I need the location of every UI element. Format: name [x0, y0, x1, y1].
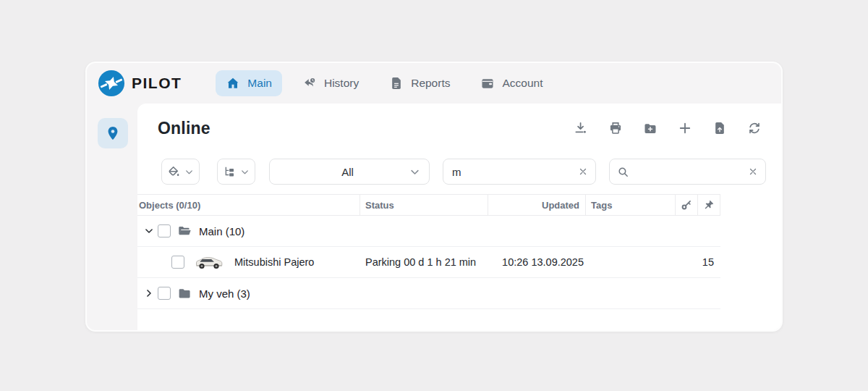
- top-bar: PILOT Main History: [87, 63, 781, 104]
- column-updated[interactable]: Updated: [488, 195, 586, 215]
- search-input[interactable]: [635, 166, 748, 178]
- tree-icon: [223, 165, 237, 179]
- table-row-group-main[interactable]: Main (10): [137, 216, 720, 247]
- group-filter-dropdown[interactable]: [217, 159, 255, 185]
- pin-off-icon: [703, 199, 715, 211]
- table-row-object[interactable]: Mitsubishi Pajero Parking 00 d 1 h 21 mi…: [137, 247, 720, 278]
- chevron-down-icon: [240, 167, 250, 177]
- column-objects[interactable]: Objects (0/10): [137, 195, 360, 215]
- nav-tab-reports[interactable]: Reports: [379, 70, 460, 96]
- nav-tab-history[interactable]: History: [292, 70, 369, 96]
- title-row: Online: [137, 104, 781, 148]
- app-body: Online: [87, 104, 781, 332]
- column-status[interactable]: Status: [360, 195, 488, 215]
- row-checkbox[interactable]: [158, 224, 171, 237]
- import-file-button[interactable]: [712, 121, 727, 135]
- clear-icon[interactable]: [748, 167, 758, 177]
- map-pin-icon: [105, 125, 121, 141]
- nav-tab-main[interactable]: Main: [216, 70, 282, 96]
- add-button[interactable]: [678, 121, 692, 135]
- nav-tab-label: History: [324, 77, 359, 90]
- fill-color-icon: [167, 165, 181, 179]
- add-folder-icon: [643, 121, 658, 135]
- folder-closed-icon: [177, 286, 192, 301]
- column-tags[interactable]: Tags: [586, 195, 676, 215]
- brand-logo[interactable]: PILOT: [98, 70, 182, 97]
- table-row-group-myveh[interactable]: My veh (3): [137, 278, 720, 309]
- page-title: Online: [158, 119, 210, 138]
- row-checkbox[interactable]: [171, 256, 184, 269]
- search-icon: [617, 166, 629, 178]
- text-filter-field: [443, 159, 596, 185]
- nav-tab-label: Reports: [411, 77, 450, 90]
- group-label: My veh (3): [199, 287, 250, 300]
- map-button[interactable]: [98, 118, 128, 148]
- download-button[interactable]: [574, 121, 588, 135]
- brand-logo-icon: [98, 70, 125, 97]
- history-icon: [302, 76, 317, 91]
- group-label: Main (10): [199, 225, 244, 237]
- refresh-button[interactable]: [747, 121, 762, 135]
- nav-tab-label: Main: [247, 77, 272, 90]
- nav-tab-account[interactable]: Account: [470, 70, 553, 96]
- app-window: PILOT Main History: [85, 62, 783, 332]
- status-cell: Parking 00 d 1 h 21 min: [360, 247, 488, 277]
- type-select-value: All: [270, 166, 409, 178]
- print-icon: [608, 121, 623, 135]
- column-pinned[interactable]: [698, 195, 720, 215]
- account-icon: [480, 76, 495, 91]
- brand-name: PILOT: [132, 75, 182, 92]
- objects-table: Objects (0/10) Status Updated Tags: [137, 194, 720, 309]
- reports-icon: [389, 76, 404, 91]
- clear-icon[interactable]: [578, 167, 588, 177]
- chevron-down-icon: [409, 167, 420, 177]
- home-icon: [226, 76, 240, 91]
- chevron-down-icon: [184, 167, 194, 177]
- row-checkbox[interactable]: [158, 287, 171, 300]
- filter-row: All: [137, 159, 781, 185]
- object-cell: Mitsubishi Pajero: [137, 247, 360, 277]
- text-filter-input[interactable]: [452, 166, 578, 178]
- chevron-down-icon[interactable]: [140, 226, 158, 236]
- table-header: Objects (0/10) Status Updated Tags: [137, 194, 720, 216]
- main-nav: Main History: [216, 70, 553, 96]
- folder-open-icon: [177, 224, 192, 239]
- refresh-icon: [747, 121, 762, 135]
- tags-cell: [586, 247, 676, 277]
- column-access[interactable]: [676, 195, 698, 215]
- updated-cell: 10:26 13.09.2025: [488, 247, 586, 277]
- key-icon: [681, 199, 692, 211]
- value-cell: 15: [676, 247, 720, 277]
- sidebar: [87, 104, 137, 332]
- print-button[interactable]: [608, 121, 623, 135]
- content-panel: Online: [137, 104, 781, 332]
- toolbar: [574, 121, 762, 135]
- type-select[interactable]: All: [269, 159, 430, 185]
- add-folder-button[interactable]: [643, 121, 658, 135]
- download-icon: [574, 121, 588, 135]
- search-field: [609, 159, 766, 185]
- nav-tab-label: Account: [502, 77, 542, 90]
- object-name: Mitsubishi Pajero: [234, 256, 314, 268]
- chevron-right-icon[interactable]: [140, 288, 158, 298]
- vehicle-photo: [195, 253, 224, 271]
- import-file-icon: [712, 121, 727, 135]
- color-filter-dropdown[interactable]: [161, 159, 200, 185]
- add-icon: [678, 121, 692, 135]
